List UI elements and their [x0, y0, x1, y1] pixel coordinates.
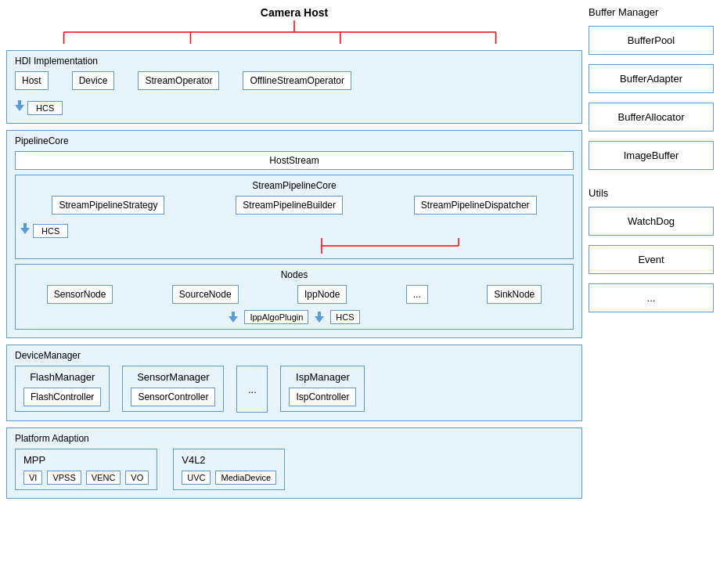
hdi-offline-stream-operator: OfflineStreamOperator	[243, 71, 351, 90]
spc-dispatcher: StreamPipelineDispatcher	[414, 196, 537, 215]
nodes-ellipsis: ...	[406, 285, 428, 304]
vi-box: VI	[23, 471, 42, 485]
spc-label: StreamPipelineCore	[20, 180, 568, 191]
hdi-host: Host	[15, 71, 49, 90]
ipp-algo-plugin: IppAlgoPlugin	[244, 310, 308, 324]
svg-marker-6	[15, 100, 24, 111]
hdi-section: HDI Implementation Host Device StreamOpe…	[6, 50, 582, 124]
nodes-box: Nodes SensorNode SourceNode IppNode ... …	[15, 264, 574, 330]
buffer-allocator-box: BufferAllocator	[589, 103, 714, 132]
hdi-hcs: HCS	[27, 101, 63, 115]
ipp-algo-arrow-icon	[229, 312, 238, 323]
hcs-arrow-icon	[315, 312, 324, 323]
nodes-hcs: HCS	[330, 310, 359, 324]
v4l2-inner-row: UVC MediaDevice	[182, 471, 276, 485]
watchdog-box: WatchDog	[589, 207, 714, 236]
v4l2-label: V4L2	[182, 454, 276, 466]
nodes-sub-row: IppAlgoPlugin HCS	[20, 310, 568, 324]
ipp-node: IppNode	[297, 285, 347, 304]
sensor-node: SensorNode	[47, 285, 113, 304]
camera-host-connector-svg	[6, 20, 582, 44]
venc-box: VENC	[86, 471, 121, 485]
event-box: Event	[589, 245, 714, 274]
spc-connector-svg	[20, 238, 568, 254]
v4l2-box: V4L2 UVC MediaDevice	[173, 449, 285, 490]
platform-label: Platform Adaption	[15, 433, 574, 444]
isp-controller: IspController	[289, 388, 356, 406]
platform-row: MPP VI VPSS VENC VO V4L2 UVC MediaDevice	[15, 449, 574, 490]
isp-manager-box: IspManager IspController	[280, 366, 365, 412]
hdi-components: Host Device StreamOperator OfflineStream…	[15, 71, 574, 90]
nodes-row: SensorNode SourceNode IppNode ... SinkNo…	[20, 285, 568, 304]
image-buffer-box: ImageBuffer	[589, 141, 714, 170]
device-section: DeviceManager FlashManager FlashControll…	[6, 345, 582, 421]
buffer-manager-label: Buffer Manager	[589, 6, 714, 18]
hdi-label: HDI Implementation	[15, 56, 574, 67]
mpp-inner-row: VI VPSS VENC VO	[23, 471, 149, 485]
hdi-device: Device	[72, 71, 115, 90]
spc-row: StreamPipelineStrategy StreamPipelineBui…	[20, 196, 568, 215]
camera-host-title: Camera Host	[6, 6, 582, 19]
isp-manager-label: IspManager	[296, 371, 350, 383]
svg-marker-7	[20, 223, 30, 234]
pipeline-section: PipelineCore HostStream StreamPipelineCo…	[6, 130, 582, 338]
utils-label: Utils	[589, 187, 714, 199]
spc-builder: StreamPipelineBuilder	[236, 196, 343, 215]
sink-node: SinkNode	[487, 285, 542, 304]
platform-section: Platform Adaption MPP VI VPSS VENC VO V4…	[6, 427, 582, 499]
uvc-box: UVC	[182, 471, 211, 485]
sensor-manager-box: SensorManager SensorController	[122, 366, 224, 412]
flash-controller: FlashController	[23, 388, 101, 406]
right-panel: Buffer Manager BufferPool BufferAdapter …	[589, 6, 714, 582]
mpp-box: MPP VI VPSS VENC VO	[15, 449, 157, 490]
stream-pipeline-core-box: StreamPipelineCore StreamPipelineStrateg…	[15, 175, 574, 259]
svg-marker-12	[229, 312, 238, 323]
mpp-label: MPP	[23, 454, 149, 466]
device-ellipsis-box: ...	[236, 366, 268, 413]
spc-hcs: HCS	[33, 224, 68, 238]
source-node: SourceNode	[172, 285, 239, 304]
nodes-label: Nodes	[20, 269, 568, 280]
buffer-pool-box: BufferPool	[589, 26, 714, 55]
flash-manager-box: FlashManager FlashController	[15, 366, 110, 412]
media-device-box: MediaDevice	[215, 471, 276, 485]
hdi-stream-operator: StreamOperator	[138, 71, 219, 90]
hdi-arrow-icon	[15, 100, 24, 111]
host-stream-box: HostStream	[15, 151, 574, 170]
device-manager-label: DeviceManager	[15, 350, 574, 361]
flash-manager-label: FlashManager	[30, 371, 95, 383]
spc-strategy: StreamPipelineStrategy	[52, 196, 164, 215]
utils-ellipsis-box: ...	[589, 283, 714, 312]
vpss-box: VPSS	[47, 471, 81, 485]
svg-marker-13	[315, 312, 324, 323]
sensor-controller: SensorController	[131, 388, 215, 406]
spc-arrow-icon	[20, 223, 30, 234]
pipeline-label: PipelineCore	[15, 135, 574, 146]
device-ellipsis: ...	[248, 384, 257, 395]
buffer-adapter-box: BufferAdapter	[589, 64, 714, 93]
device-row: FlashManager FlashController SensorManag…	[15, 366, 574, 413]
vo-box: VO	[125, 471, 149, 485]
sensor-manager-label: SensorManager	[137, 371, 210, 383]
